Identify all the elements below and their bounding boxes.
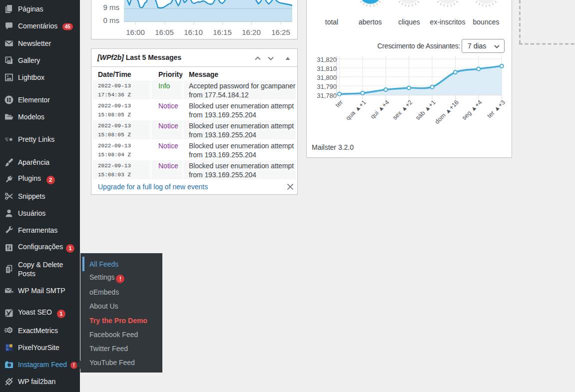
svg-text:sáb ▲+1: sáb ▲+1 bbox=[414, 99, 437, 121]
svg-text:ter: ter bbox=[334, 99, 344, 109]
svg-text:qua ▲+1: qua ▲+1 bbox=[344, 99, 367, 122]
svg-text:dom ▲+16: dom ▲+16 bbox=[434, 99, 460, 125]
svg-text:ter ▲+3: ter ▲+3 bbox=[486, 99, 507, 120]
svg-text:qui ▲+4: qui ▲+4 bbox=[369, 99, 391, 120]
svg-text:seg ▲+4: seg ▲+4 bbox=[461, 99, 483, 121]
svg-text:sex ▲+2: sex ▲+2 bbox=[391, 99, 414, 121]
